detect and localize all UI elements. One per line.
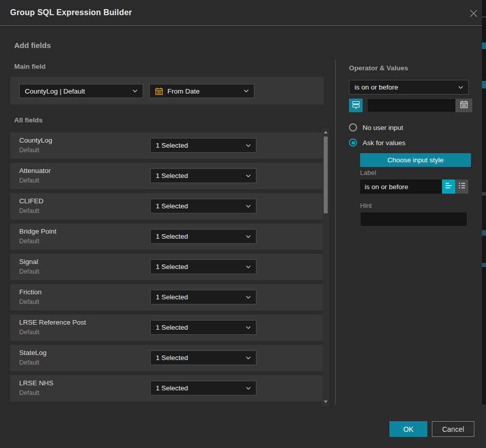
chevron-down-icon [246, 265, 251, 268]
scrollbar[interactable] [322, 128, 329, 406]
radio-selected-icon [349, 139, 357, 147]
hint-input[interactable] [360, 212, 467, 227]
chevron-down-icon [246, 326, 251, 329]
radio-label: No user input [363, 124, 403, 131]
cancel-button[interactable]: Cancel [432, 421, 474, 437]
panel-divider [335, 60, 336, 405]
field-name: LRSE Reference Post [19, 319, 86, 326]
field-name: Attenuator [19, 167, 51, 174]
field-row: CLIFED Default 1 Selected [10, 193, 322, 219]
operator-values-heading: Operator & Values [349, 64, 408, 72]
field-name: CLIFED [19, 197, 43, 205]
edge-fragment [482, 263, 486, 267]
main-field-source-dropdown[interactable]: CountyLog | Default [19, 84, 143, 98]
ok-button[interactable]: OK [389, 421, 427, 437]
radio-unselected-icon [349, 123, 357, 131]
field-selection-dropdown[interactable]: 1 Selected [150, 168, 256, 183]
close-icon[interactable] [468, 8, 479, 19]
selection-value: 1 Selected [156, 202, 242, 210]
field-selection-dropdown[interactable]: 1 Selected [150, 290, 256, 304]
calendar-icon [460, 100, 468, 111]
label-style-list-toggle[interactable] [455, 180, 468, 194]
edge-fragment [482, 42, 486, 49]
chevron-down-icon [132, 89, 138, 93]
all-fields-heading: All fields [14, 116, 42, 124]
main-field-field-dropdown[interactable]: From Date [149, 84, 254, 98]
field-type: Default [19, 298, 39, 305]
chevron-down-icon [246, 144, 251, 147]
chevron-down-icon [246, 356, 251, 360]
field-row: LRSE NHS Default 1 Selected [10, 375, 322, 401]
field-name: StateLog [19, 349, 47, 356]
chevron-down-icon [458, 86, 463, 89]
field-type: Default [19, 389, 39, 396]
radio-ask-for-values[interactable]: Ask for values [349, 139, 406, 147]
field-row: Friction Default 1 Selected [10, 284, 322, 310]
scrollbar-up-arrow-icon[interactable] [324, 131, 328, 133]
edge-fragment [482, 230, 486, 236]
selection-value: 1 Selected [156, 293, 242, 301]
chevron-down-icon [244, 89, 249, 93]
radio-label: Ask for values [363, 139, 406, 147]
align-left-icon [445, 182, 453, 191]
field-selection-dropdown[interactable]: 1 Selected [150, 259, 256, 274]
field-selection-dropdown[interactable]: 1 Selected [150, 320, 256, 335]
field-name: LRSE NHS [19, 379, 54, 387]
scrollbar-thumb[interactable] [324, 137, 328, 213]
chevron-down-icon [246, 235, 251, 238]
main-field-source-value: CountyLog | Default [25, 87, 128, 95]
add-fields-heading: Add fields [14, 41, 51, 50]
group-sql-expression-builder-dialog: Group SQL Expression Builder Add fields … [0, 0, 486, 448]
field-type: Default [19, 177, 39, 184]
field-row: LRSE Reference Post Default 1 Selected [10, 315, 322, 341]
label-input[interactable] [360, 180, 442, 194]
selection-value: 1 Selected [156, 324, 242, 331]
field-name: CountyLog [19, 137, 52, 144]
field-row: Signal Default 1 Selected [10, 254, 322, 280]
selection-value: 1 Selected [156, 233, 242, 240]
operator-value: is on or before [355, 83, 454, 91]
chevron-down-icon [246, 205, 251, 208]
main-field-heading: Main field [14, 63, 46, 70]
date-value-input[interactable] [367, 99, 456, 112]
field-selection-dropdown[interactable]: 1 Selected [150, 138, 256, 153]
hint-caption: Hint [360, 202, 372, 209]
field-selection-dropdown[interactable]: 1 Selected [150, 199, 256, 213]
field-name: Bridge Point [19, 228, 57, 235]
dialog-titlebar: Group SQL Expression Builder [0, 0, 482, 26]
field-type: Default [19, 359, 39, 366]
selection-value: 1 Selected [156, 354, 242, 362]
selection-value: 1 Selected [156, 384, 242, 392]
edge-fragment [482, 192, 486, 196]
field-type: Default [19, 147, 39, 154]
field-selection-dropdown[interactable]: 1 Selected [150, 381, 256, 395]
chevron-down-icon [246, 174, 251, 177]
label-style-single-toggle[interactable] [442, 180, 455, 194]
value-source-button[interactable] [349, 99, 363, 112]
main-field-field-value: From Date [167, 87, 240, 95]
edge-fragment [482, 81, 486, 88]
field-type: Default [19, 268, 39, 275]
label-caption: Label [360, 169, 376, 176]
selection-value: 1 Selected [156, 263, 242, 271]
choose-input-style-button[interactable]: Choose input style [360, 153, 471, 167]
field-row: StateLog Default 1 Selected [10, 345, 322, 371]
edge-fragment [482, 17, 486, 17]
edge-fragment [482, 405, 486, 448]
scrollbar-down-arrow-icon[interactable] [324, 400, 328, 403]
field-type: Default [19, 207, 39, 214]
dialog-title: Group SQL Expression Builder [10, 8, 132, 17]
layer-rows-icon [351, 100, 361, 111]
field-row: Attenuator Default 1 Selected [10, 163, 322, 189]
chevron-down-icon [246, 296, 251, 299]
field-type: Default [19, 329, 39, 336]
field-selection-dropdown[interactable]: 1 Selected [150, 350, 256, 365]
field-row: Bridge Point Default 1 Selected [10, 223, 322, 250]
field-name: Friction [19, 288, 41, 296]
field-selection-dropdown[interactable]: 1 Selected [150, 229, 256, 244]
date-picker-button[interactable] [456, 99, 472, 112]
selection-value: 1 Selected [156, 142, 242, 149]
field-row: CountyLog Default 1 Selected [10, 132, 322, 159]
operator-dropdown[interactable]: is on or before [349, 80, 469, 95]
radio-no-user-input[interactable]: No user input [349, 123, 403, 131]
